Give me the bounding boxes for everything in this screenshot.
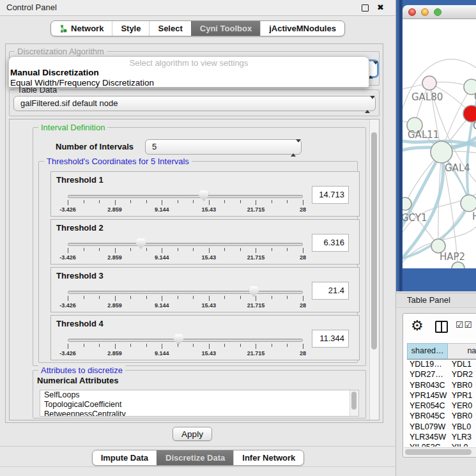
slider-track[interactable]: [68, 339, 303, 342]
tick-label: -3.426: [59, 206, 76, 213]
table-header-row: shared… na: [407, 343, 476, 360]
tick-label: 2.859: [107, 254, 122, 261]
settings-scroll-panel: Interval Definition Number of Intervals …: [9, 119, 380, 420]
column-header-shared-name[interactable]: shared…: [407, 343, 448, 359]
network-node[interactable]: [461, 195, 476, 211]
algorithm-dropdown-popup: Select algorithm to view settings Manual…: [8, 56, 369, 88]
network-node[interactable]: [403, 197, 411, 210]
column-header-name[interactable]: na: [448, 343, 476, 359]
numerical-attributes-label: Numerical Attributes: [37, 376, 118, 385]
attributes-items: SelfLoopsTopologicalCoefficientBetweenne…: [40, 390, 358, 417]
close-traffic-light-icon[interactable]: [408, 8, 416, 16]
table-panel: ⚙ ☑☑ shared… na YDL19…YDL1YDR27…YDR2YBR0…: [396, 308, 476, 476]
tick-label: 9.144: [155, 302, 169, 309]
threshold-slider[interactable]: -3.4262.8599.14415.4321.71528: [68, 334, 303, 359]
select-columns-icon[interactable]: ☑☑: [456, 319, 473, 330]
tick-label: -3.426: [59, 350, 76, 357]
tick-label: 15.43: [202, 302, 217, 309]
table-row[interactable]: YLR345WYLR3: [407, 433, 476, 443]
network-graph: GAL80GACGAL11GAL4GCY1HHAP2: [403, 19, 476, 268]
attribute-item[interactable]: SelfLoops: [40, 390, 358, 400]
threshold-slider[interactable]: -3.4262.8599.14415.4321.71528: [68, 238, 303, 263]
tab-discretize-data[interactable]: Discretize Data: [157, 450, 233, 465]
num-intervals-combobox[interactable]: 5: [145, 139, 302, 155]
apply-button[interactable]: Apply: [173, 427, 212, 441]
group-title: Attributes to discretize: [38, 365, 125, 375]
tab-network[interactable]: Network: [51, 21, 112, 36]
table-row[interactable]: YDL19…YDL1: [407, 360, 476, 370]
scrollbar-thumb[interactable]: [405, 449, 472, 455]
dropdown-placeholder: Select algorithm to view settings: [9, 58, 369, 68]
threshold-slider[interactable]: -3.4262.8599.14415.4321.71528: [68, 286, 303, 311]
threshold-value-field[interactable]: 11.344: [312, 330, 349, 348]
table-row[interactable]: YBR045CYBR0: [407, 411, 476, 422]
network-node[interactable]: [431, 141, 452, 163]
table-row[interactable]: YPR145WYPR1: [407, 391, 476, 401]
group-title: Interval Definition: [38, 123, 107, 132]
tab-cyni-toolbox[interactable]: Cyni Toolbox: [191, 21, 260, 36]
panel-title: Control Panel: [6, 0, 57, 15]
scrollbar-thumb[interactable]: [371, 132, 377, 349]
tick-label: 9.144: [155, 254, 169, 261]
tab-infer-network[interactable]: Infer Network: [233, 450, 303, 465]
table-row[interactable]: YBL079WYBL0: [407, 422, 476, 433]
slider-track[interactable]: [68, 195, 303, 198]
slider-track[interactable]: [68, 243, 303, 246]
table-row[interactable]: YDR27…YDR2: [407, 370, 476, 380]
tick-label: 21.715: [247, 206, 265, 213]
split-columns-icon[interactable]: [435, 321, 448, 333]
control-panel-titlebar: Control Panel ✖: [0, 0, 395, 16]
minimize-traffic-light-icon[interactable]: [421, 8, 429, 16]
tab-strip: Network Style Select Cyni Toolbox jActiv…: [50, 20, 345, 36]
tick-label: 2.859: [107, 350, 122, 357]
tick-label: -3.426: [59, 302, 76, 309]
tab-impute-data[interactable]: Impute Data: [93, 450, 157, 465]
group-title: Threshold's Coordinates for 5 Intervals: [44, 157, 192, 166]
table-row[interactable]: YIL053CYIL0: [407, 443, 476, 447]
node-label: HAP2: [440, 251, 465, 263]
threshold-value-field[interactable]: 21.4: [312, 282, 349, 300]
tab-style[interactable]: Style: [112, 21, 149, 36]
threshold-slider[interactable]: -3.4262.8599.14415.4321.71528: [68, 190, 303, 215]
table-data-combobox[interactable]: galFiltered.sif default node: [13, 96, 376, 111]
scrollbar-thumb[interactable]: [351, 392, 357, 410]
tick-label: 2.859: [107, 206, 122, 213]
attributes-group: Attributes to discretize Numerical Attri…: [33, 370, 366, 418]
table-horizontal-scrollbar[interactable]: [404, 447, 476, 456]
table-row[interactable]: YBR043CYBR0: [407, 381, 476, 391]
close-icon[interactable]: ✖: [377, 0, 384, 15]
node-label: GAL11: [408, 129, 439, 141]
network-canvas[interactable]: GAL80GACGAL11GAL4GCY1HHAP2: [403, 19, 476, 268]
tick-label: 28: [300, 350, 306, 357]
tick-label: 21.715: [247, 254, 265, 261]
tab-label: jActiveMNodules: [269, 21, 336, 36]
slider-ticks: [68, 344, 303, 349]
gear-icon[interactable]: ⚙: [411, 318, 424, 334]
tick-label: 28: [300, 302, 306, 309]
settings-vertical-scrollbar[interactable]: [369, 119, 379, 420]
threshold-value-field[interactable]: 6.316: [312, 234, 349, 252]
tab-jactivemnodules[interactable]: jActiveMNodules: [260, 21, 344, 36]
network-node[interactable]: [452, 262, 464, 268]
table-row[interactable]: YER054CYER0: [407, 401, 476, 411]
dropdown-option-manual-discretization[interactable]: Manual Discretization: [9, 68, 369, 78]
tick-label: -3.426: [59, 254, 76, 261]
dropdown-option-equal-width-frequency[interactable]: Equal Width/Frequency Discretization: [9, 78, 369, 88]
float-panel-icon[interactable]: [362, 4, 369, 12]
tick-label: 28: [300, 206, 306, 213]
threshold-value-field[interactable]: 14.713: [312, 186, 349, 204]
num-intervals-label: Number of Intervals: [56, 142, 134, 151]
divider: [0, 466, 396, 467]
network-node[interactable]: [422, 76, 436, 90]
combobox-value: 5: [152, 140, 157, 154]
node-label: C: [473, 120, 476, 132]
tick-label: 9.144: [155, 206, 169, 213]
attributes-list-scrollbar[interactable]: [349, 390, 358, 416]
zoom-traffic-light-icon[interactable]: [434, 8, 441, 16]
attribute-item[interactable]: BetweennessCentrality: [40, 410, 358, 417]
network-window-titlebar[interactable]: [403, 5, 476, 19]
tab-select[interactable]: Select: [149, 21, 190, 36]
slider-track[interactable]: [68, 291, 303, 294]
tick-label: 28: [300, 254, 306, 261]
attribute-item[interactable]: TopologicalCoefficient: [40, 400, 358, 410]
